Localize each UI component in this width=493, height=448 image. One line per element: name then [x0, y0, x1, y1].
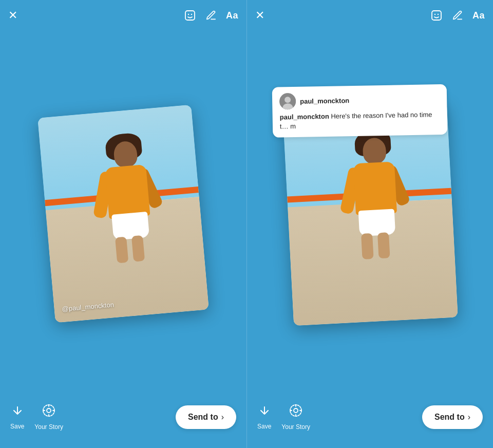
svg-point-4: [47, 408, 51, 413]
story-action-left[interactable]: Your Story: [34, 404, 63, 431]
save-label-left: Save: [10, 423, 24, 430]
send-arrow-left: ›: [221, 413, 224, 422]
save-action-right[interactable]: Save: [257, 404, 271, 430]
repost-card: paul_monckton paul_monckton Here's the r…: [272, 84, 447, 138]
top-bar-right: ✕ Aa: [247, 0, 493, 31]
send-button-right[interactable]: Send to ›: [422, 405, 483, 429]
text-tool-right[interactable]: Aa: [472, 10, 485, 21]
draw-icon-right[interactable]: [452, 10, 463, 21]
figure-leg-1-left: [115, 237, 128, 264]
figure-leg-2-left: [131, 235, 145, 262]
bottom-bar-left: Save Your Story Send to: [0, 397, 246, 448]
text-tool-left[interactable]: Aa: [226, 10, 238, 21]
figure-legs-left: [115, 235, 145, 264]
bottom-left-left: Save Your Story: [10, 404, 63, 431]
send-label-right: Send to: [434, 413, 465, 422]
photo-card-left: @paul_monckton: [37, 105, 209, 323]
figure-bottom-right: [358, 209, 395, 237]
svg-point-11: [438, 14, 439, 15]
sticker-icon-left[interactable]: [184, 9, 196, 22]
story-label-right: Your Story: [281, 423, 310, 431]
send-label-left: Send to: [188, 413, 218, 422]
figure-leg-2-right: [377, 232, 390, 258]
bottom-left-right: Save Your Story: [257, 404, 310, 431]
photo-bg-left: @paul_monckton: [37, 105, 209, 323]
right-panel: ✕ Aa: [246, 0, 493, 448]
svg-point-1: [188, 14, 189, 15]
left-panel: ✕ Aa: [0, 0, 246, 448]
repost-card-content: paul_monckton Here's the reason I've had…: [279, 110, 440, 132]
save-label-right: Save: [257, 423, 271, 430]
svg-rect-0: [185, 11, 195, 20]
figure-legs-right: [361, 232, 390, 259]
repost-avatar: [279, 93, 296, 110]
story-action-right[interactable]: Your Story: [281, 404, 310, 431]
svg-rect-9: [432, 11, 441, 20]
figure-body-left: [105, 164, 150, 219]
bottom-bar-right: Save Your Story Send to ›: [247, 397, 493, 448]
content-area-left: @paul_monckton: [0, 31, 246, 397]
save-icon-left: [11, 404, 24, 420]
photo-figure-right: [342, 136, 409, 252]
svg-point-10: [434, 14, 435, 15]
top-bar-left: ✕ Aa: [0, 0, 246, 31]
repost-username-header: paul_monckton: [300, 97, 349, 105]
story-label-left: Your Story: [34, 423, 63, 431]
photo-card-right: paul_monckton paul_monckton Here's the r…: [282, 102, 458, 326]
photo-figure-left: [92, 139, 164, 257]
figure-body-right: [353, 161, 396, 215]
content-area-right: paul_monckton paul_monckton Here's the r…: [247, 31, 493, 397]
repost-caption-username: paul_monckton: [279, 113, 329, 121]
story-icon-right: [289, 404, 302, 420]
figure-leg-1-right: [361, 233, 374, 259]
close-button-left[interactable]: ✕: [8, 9, 17, 22]
send-button-left[interactable]: Send to ›: [176, 405, 236, 429]
save-action-left[interactable]: Save: [10, 404, 24, 430]
close-button-right[interactable]: ✕: [255, 9, 264, 22]
send-arrow-right: ›: [468, 413, 470, 422]
save-icon-right: [258, 404, 271, 420]
repost-card-header: paul_monckton: [279, 90, 440, 109]
story-icon-left: [42, 404, 55, 420]
svg-point-2: [191, 14, 192, 15]
svg-point-16: [294, 408, 298, 413]
sticker-icon-right[interactable]: [430, 9, 443, 22]
draw-icon-left[interactable]: [205, 10, 217, 21]
